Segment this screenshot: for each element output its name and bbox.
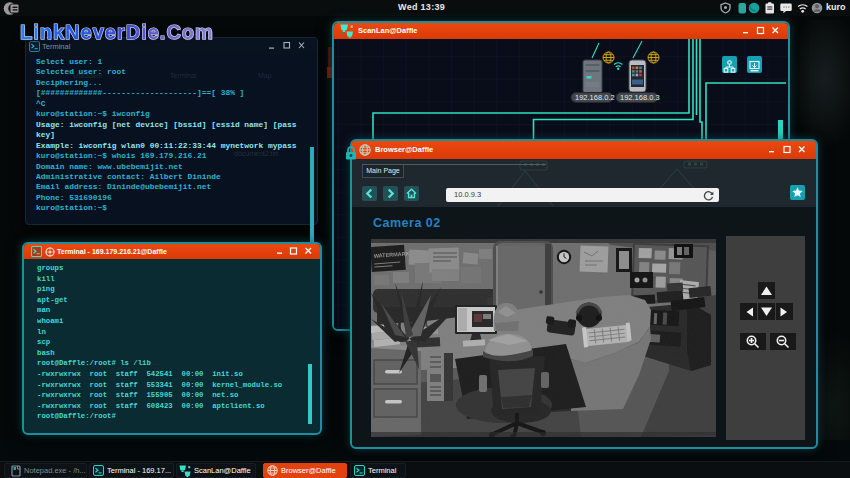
- svg-text:192.168.0.3: 192.168.0.3: [620, 93, 660, 102]
- svg-text:LinkNeverDie.Com: LinkNeverDie.Com: [20, 21, 214, 43]
- svg-text:192.168.0.2: 192.168.0.2: [575, 93, 615, 102]
